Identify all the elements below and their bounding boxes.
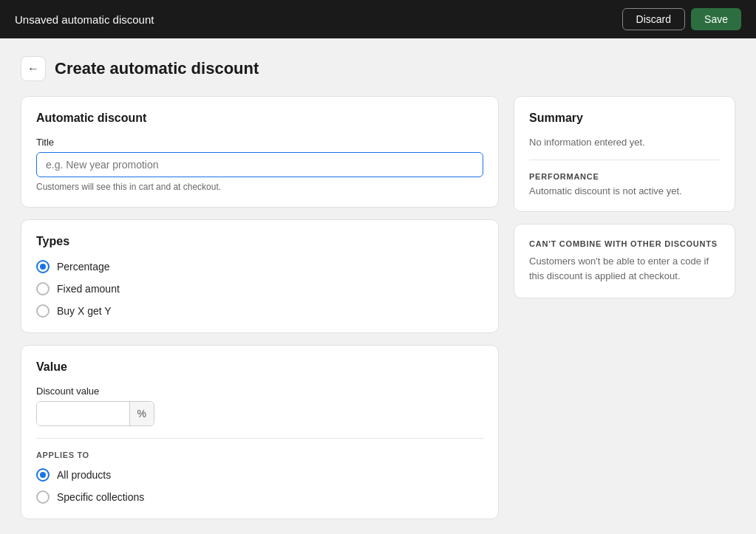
performance-value: Automatic discount is not active yet.	[529, 185, 720, 196]
title-input[interactable]	[36, 152, 483, 177]
specific-collections-radio-circle	[36, 490, 50, 504]
discount-value-wrap: %	[36, 401, 154, 426]
page-content: ← Create automatic discount Automatic di…	[0, 38, 756, 534]
fixed-amount-radio-circle	[36, 282, 50, 295]
types-card-title: Types	[36, 235, 483, 248]
divider	[36, 438, 483, 439]
value-card-title: Value	[36, 360, 483, 374]
percentage-radio-inner	[40, 264, 46, 270]
type-percentage[interactable]: Percentage	[36, 260, 483, 273]
title-field-label: Title	[36, 137, 483, 148]
all-products-radio-circle	[36, 468, 50, 482]
buy-x-get-y-label: Buy X get Y	[57, 305, 112, 317]
summary-no-info: No information entered yet.	[529, 137, 720, 148]
automatic-discount-card: Automatic discount Title Customers will …	[21, 96, 499, 208]
summary-divider	[529, 160, 720, 160]
left-column: Automatic discount Title Customers will …	[21, 96, 499, 519]
title-helper-text: Customers will see this in cart and at c…	[36, 182, 483, 192]
applies-to-radio-group: All products Specific collections	[36, 468, 483, 504]
topbar-actions: Discard Save	[622, 8, 741, 30]
applies-to-label: APPLIES TO	[36, 451, 483, 459]
back-icon: ←	[27, 62, 39, 75]
type-fixed-amount[interactable]: Fixed amount	[36, 282, 483, 295]
page-header: ← Create automatic discount	[21, 56, 735, 81]
discount-value-label: Discount value	[36, 386, 483, 397]
applies-specific-collections[interactable]: Specific collections	[36, 490, 483, 504]
discount-value-input[interactable]	[37, 402, 129, 425]
discount-suffix: %	[129, 402, 154, 425]
types-card: Types Percentage Fixed amount	[21, 219, 499, 333]
right-column: Summary No information entered yet. PERF…	[514, 96, 735, 298]
save-button[interactable]: Save	[691, 8, 741, 30]
back-button[interactable]: ←	[21, 56, 46, 81]
types-radio-group: Percentage Fixed amount Buy X get Y	[36, 260, 483, 318]
summary-card: Summary No information entered yet. PERF…	[514, 96, 735, 212]
all-products-label: All products	[57, 469, 111, 481]
topbar-title: Unsaved automatic discount	[15, 13, 154, 26]
combine-desc: Customers won't be able to enter a code …	[529, 254, 720, 283]
page-title: Create automatic discount	[55, 59, 259, 78]
discard-button[interactable]: Discard	[622, 8, 685, 30]
combine-card: CAN'T COMBINE WITH OTHER DISCOUNTS Custo…	[514, 224, 735, 298]
automatic-discount-card-title: Automatic discount	[36, 112, 483, 125]
buy-x-get-y-radio-circle	[36, 304, 50, 318]
main-layout: Automatic discount Title Customers will …	[21, 96, 735, 519]
percentage-radio-circle	[36, 260, 50, 273]
percentage-label: Percentage	[57, 261, 110, 273]
topbar: Unsaved automatic discount Discard Save	[0, 0, 756, 38]
specific-collections-label: Specific collections	[57, 491, 144, 503]
applies-all-products[interactable]: All products	[36, 468, 483, 482]
fixed-amount-label: Fixed amount	[57, 283, 120, 295]
performance-label: PERFORMANCE	[529, 172, 720, 181]
summary-title: Summary	[529, 112, 720, 125]
value-card: Value Discount value % APPLIES TO All pr…	[21, 345, 499, 519]
all-products-radio-inner	[40, 472, 46, 478]
type-buy-x-get-y[interactable]: Buy X get Y	[36, 304, 483, 318]
combine-title: CAN'T COMBINE WITH OTHER DISCOUNTS	[529, 239, 720, 248]
